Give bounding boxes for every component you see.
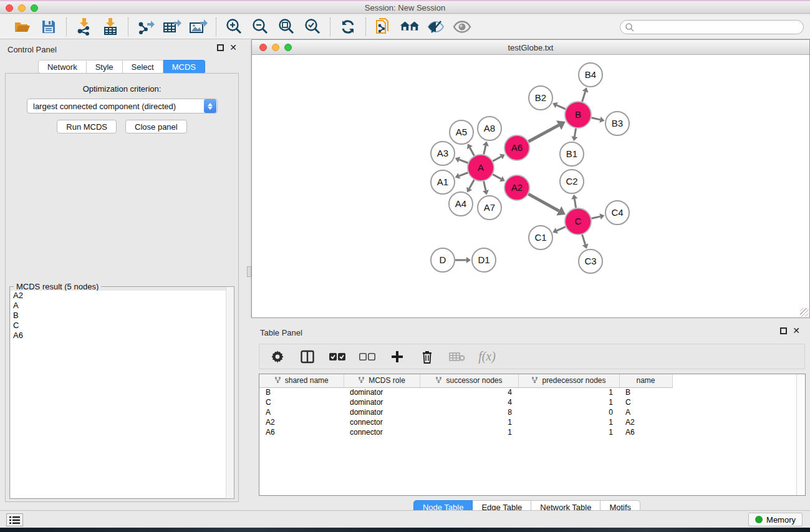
table-cell[interactable]: B — [619, 387, 672, 397]
table-cell[interactable]: dominator — [344, 397, 420, 407]
edge-A-A8[interactable] — [484, 146, 486, 155]
edge-A6-B[interactable] — [528, 125, 559, 142]
delete-table-icon[interactable] — [449, 349, 465, 365]
table-cell[interactable]: 1 — [518, 387, 619, 397]
zoom-fit-icon[interactable] — [276, 17, 296, 36]
table-close-panel-icon[interactable]: ✕ — [793, 327, 800, 334]
table-cell[interactable]: A — [619, 407, 672, 417]
import-network-icon[interactable] — [74, 17, 94, 36]
select-all-icon[interactable] — [329, 349, 345, 365]
open-session-icon[interactable] — [12, 17, 32, 36]
close-panel-icon[interactable]: ✕ — [229, 44, 237, 51]
run-mcds-button[interactable]: Run MCDS — [57, 120, 117, 133]
memory-button[interactable]: Memory — [748, 513, 803, 526]
export-image-icon[interactable] — [188, 17, 208, 36]
mcds-result-item[interactable]: B — [11, 311, 233, 321]
table-row[interactable]: A6connector11A6 — [259, 427, 672, 437]
table-float-panel-icon[interactable] — [780, 327, 787, 334]
column-header-successor-nodes[interactable]: successor nodes — [420, 374, 518, 387]
tab-style[interactable]: Style — [87, 60, 123, 74]
table-cell[interactable]: 1 — [518, 417, 619, 427]
column-header-MCDS-role[interactable]: MCDS role — [344, 374, 420, 387]
mcds-result-list[interactable]: A2ABCA6 — [11, 291, 233, 498]
edge-A2-C[interactable] — [528, 194, 559, 211]
table-cell[interactable]: 8 — [420, 407, 518, 417]
export-table-icon[interactable] — [162, 17, 182, 36]
save-session-icon[interactable] — [39, 17, 59, 36]
search-input[interactable] — [620, 20, 804, 34]
export-network-icon[interactable] — [136, 17, 156, 36]
mcds-result-item[interactable]: A2 — [11, 291, 233, 301]
edge-A-A2[interactable] — [493, 175, 501, 179]
table-cell[interactable]: A6 — [619, 427, 672, 437]
edge-A-A7[interactable] — [484, 181, 486, 190]
mcds-result-item[interactable]: C — [11, 321, 233, 331]
new-network-from-selection-icon[interactable] — [374, 17, 393, 36]
edge-A-A1[interactable] — [459, 173, 468, 176]
edge-A-A6[interactable] — [493, 157, 501, 161]
vertical-splitter-grip[interactable] — [247, 266, 251, 277]
table-cell[interactable]: dominator — [344, 407, 420, 417]
edge-B-B1[interactable] — [574, 128, 576, 137]
delete-column-icon[interactable] — [419, 349, 435, 365]
column-view-icon[interactable] — [299, 349, 316, 365]
table-cell[interactable]: 0 — [518, 407, 619, 417]
table-cell[interactable]: A6 — [259, 427, 344, 437]
close-panel-button[interactable]: Close panel — [125, 120, 187, 133]
edge-A-A5[interactable] — [470, 148, 474, 156]
task-history-button[interactable] — [6, 513, 23, 526]
zoom-out-icon[interactable] — [250, 17, 270, 36]
column-header-name[interactable]: name — [619, 374, 672, 387]
edge-C-C3[interactable] — [582, 235, 586, 244]
import-table-icon[interactable] — [100, 17, 120, 36]
table-cell[interactable]: 1 — [518, 427, 619, 437]
deselect-all-icon[interactable] — [359, 349, 375, 365]
table-cell[interactable]: 4 — [420, 387, 518, 397]
table-cell[interactable]: connector — [344, 427, 420, 437]
edge-A-A4[interactable] — [470, 180, 475, 188]
column-header-predecessor-nodes[interactable]: predecessor nodes — [518, 374, 619, 387]
mcds-result-scrollbar[interactable] — [226, 287, 234, 498]
table-cell[interactable]: 1 — [420, 427, 518, 437]
houses-icon[interactable] — [400, 17, 420, 36]
column-header-shared-name[interactable]: shared name — [259, 374, 344, 387]
criterion-select[interactable]: largest connected component (directed) — [27, 99, 218, 114]
table-cell[interactable]: 1 — [420, 417, 518, 427]
tab-mcds[interactable]: MCDS — [163, 60, 205, 74]
eye-icon[interactable] — [452, 17, 472, 36]
tab-network[interactable]: Network — [38, 60, 87, 74]
gear-icon[interactable] — [269, 349, 286, 365]
table-header-row[interactable]: shared nameMCDS rolesuccessor nodesprede… — [259, 374, 672, 387]
network-canvas-svg[interactable]: AA1A2A3A4A5A6A7A8BB1B2B3B4CC1C2C3C4DD1 — [252, 55, 809, 317]
function-builder-icon[interactable]: f(x) — [479, 349, 495, 365]
resize-grip-icon[interactable] — [800, 308, 809, 317]
table-cell[interactable]: C — [619, 397, 672, 407]
eye-slash-icon[interactable] — [426, 17, 446, 36]
edge-B-B4[interactable] — [582, 92, 586, 102]
edge-C-C4[interactable] — [591, 216, 600, 218]
network-window-titlebar[interactable]: testGlobe.txt — [252, 40, 809, 55]
zoom-in-icon[interactable] — [224, 17, 244, 36]
table-cell[interactable]: A2 — [259, 417, 344, 427]
table-cell[interactable]: A2 — [619, 417, 672, 427]
table-cell[interactable]: C — [259, 397, 344, 407]
tab-select[interactable]: Select — [123, 60, 163, 74]
table-cell[interactable]: 1 — [518, 397, 619, 407]
edge-A-A3[interactable] — [459, 160, 468, 163]
table-scrollbar[interactable] — [796, 374, 805, 495]
add-column-icon[interactable] — [389, 349, 405, 365]
mcds-result-item[interactable]: A — [11, 301, 233, 311]
table-row[interactable]: Adominator80A — [259, 407, 672, 417]
table-row[interactable]: Bdominator41B — [259, 387, 672, 397]
refresh-icon[interactable] — [338, 17, 358, 36]
node-table[interactable]: shared nameMCDS rolesuccessor nodesprede… — [259, 374, 806, 496]
table-cell[interactable]: connector — [344, 417, 420, 427]
table-cell[interactable]: dominator — [344, 387, 420, 397]
zoom-selected-icon[interactable] — [302, 17, 322, 36]
table-row[interactable]: A2connector11A2 — [259, 417, 672, 427]
table-cell[interactable]: B — [259, 387, 344, 397]
table-cell[interactable]: A — [259, 407, 344, 417]
edge-C-C1[interactable] — [557, 227, 566, 231]
edge-C-C2[interactable] — [574, 199, 576, 208]
edge-B-B3[interactable] — [591, 118, 600, 120]
